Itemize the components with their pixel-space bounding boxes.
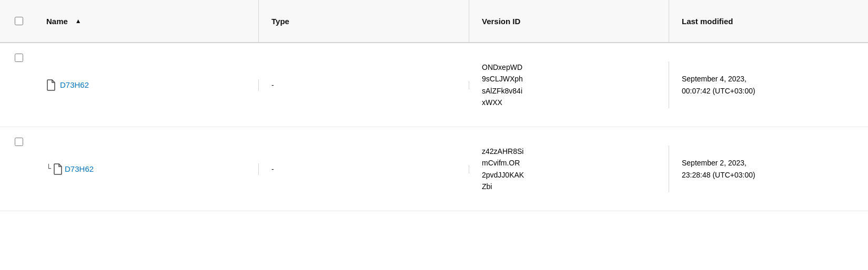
row-2-name-cell: └ D73H62 xyxy=(38,163,259,175)
table-row: D73H62 - ONDxepWD9sCLJWXphsAlZFk8v84ixWX… xyxy=(0,43,868,127)
select-all-checkbox[interactable] xyxy=(15,17,23,25)
row-1-type-value: - xyxy=(271,81,274,89)
versions-table: Name ▲ Type Version ID Last modified xyxy=(0,0,868,270)
row-1-checkbox[interactable] xyxy=(15,54,23,62)
header-version-col: Version ID xyxy=(469,0,669,42)
row-2-type-cell: - xyxy=(259,165,469,173)
last-modified-header-label: Last modified xyxy=(682,17,733,26)
row-2-modified-cell: September 2, 2023,23:28:48 (UTC+03:00) xyxy=(669,157,868,181)
table-header: Name ▲ Type Version ID Last modified xyxy=(0,0,868,43)
header-name-col: Name ▲ xyxy=(38,0,259,42)
nested-indent: └ D73H62 xyxy=(46,163,94,175)
row-1-last-modified: September 4, 2023,00:07:42 (UTC+03:00) xyxy=(682,73,755,97)
table-row: └ D73H62 - z42zAHR8SimCvifm.OR2pvdJJ0KAK… xyxy=(0,127,868,211)
header-type-col: Type xyxy=(259,0,469,42)
type-header-label: Type xyxy=(271,17,289,26)
row-2-file-link[interactable]: D73H62 xyxy=(65,164,94,173)
row-1-version-cell: ONDxepWD9sCLJWXphsAlZFk8v84ixWXX xyxy=(469,61,669,109)
header-modified-col: Last modified xyxy=(669,0,868,42)
row-1-checkbox-cell xyxy=(0,43,38,62)
row-2-checkbox[interactable] xyxy=(15,138,23,146)
row-1-file-link[interactable]: D73H62 xyxy=(60,80,89,89)
row-1-type-cell: - xyxy=(259,81,469,89)
row-2-last-modified: September 2, 2023,23:28:48 (UTC+03:00) xyxy=(682,157,755,181)
sort-ascending-icon[interactable]: ▲ xyxy=(75,17,82,25)
file-icon xyxy=(46,79,56,91)
row-2-version-cell: z42zAHR8SimCvifm.OR2pvdJJ0KAKZbi xyxy=(469,146,669,193)
name-header-label: Name xyxy=(46,17,68,26)
row-1-name-cell: D73H62 xyxy=(38,79,259,91)
nested-corner-icon: └ xyxy=(46,165,51,173)
row-2-checkbox-cell xyxy=(0,127,38,146)
version-id-header-label: Version ID xyxy=(482,17,520,26)
row-2-version-id: z42zAHR8SimCvifm.OR2pvdJJ0KAKZbi xyxy=(482,146,524,193)
row-1-modified-cell: September 4, 2023,00:07:42 (UTC+03:00) xyxy=(669,73,868,97)
file-icon xyxy=(53,163,63,175)
header-checkbox-col xyxy=(0,0,38,42)
table-body: D73H62 - ONDxepWD9sCLJWXphsAlZFk8v84ixWX… xyxy=(0,43,868,211)
row-1-version-id: ONDxepWD9sCLJWXphsAlZFk8v84ixWXX xyxy=(482,61,523,109)
row-2-type-value: - xyxy=(271,165,274,173)
